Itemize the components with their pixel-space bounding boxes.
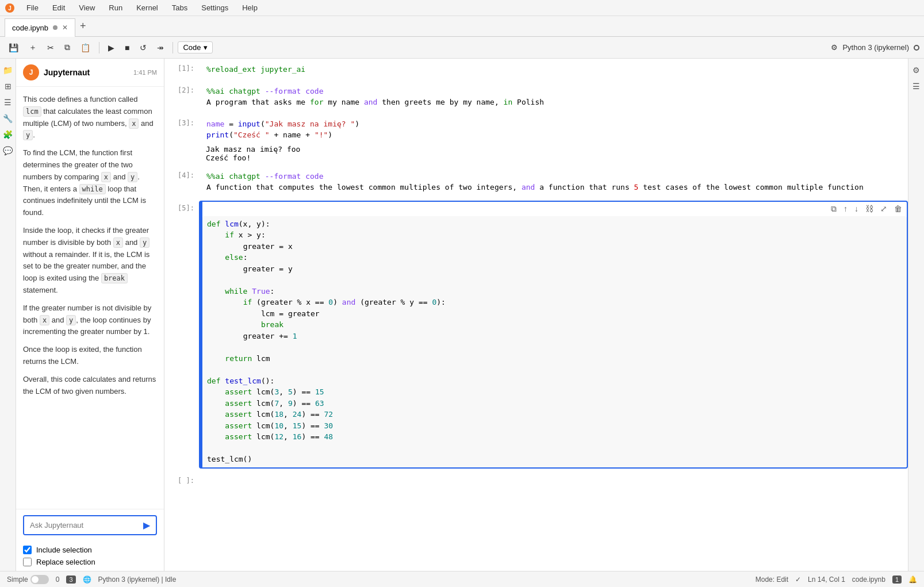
ai-name: Jupyternaut bbox=[44, 68, 90, 77]
output-line-2: Cześć foo! bbox=[206, 154, 300, 162]
cell-3-number: [3]: bbox=[164, 116, 199, 144]
restart-run-button[interactable]: ↠ bbox=[153, 41, 168, 55]
sidebar-icon-folder[interactable]: 📁 bbox=[1, 63, 15, 77]
cell-4: [4]: %%ai chatgpt --format code A functi… bbox=[164, 166, 908, 198]
cell-up-btn[interactable]: ↑ bbox=[841, 203, 850, 215]
menu-kernel[interactable]: Kernel bbox=[134, 2, 160, 13]
kernel-circle bbox=[914, 45, 919, 51]
sidebar-icon-puzzle[interactable]: 🧩 bbox=[1, 128, 15, 141]
output-line-1: Jak masz na imię? foo bbox=[206, 145, 300, 154]
kernel-idle-info: Python 3 (ipykernel) | Idle bbox=[98, 576, 177, 584]
ai-input-box: ▶ bbox=[23, 515, 157, 535]
cell-6-number: [ ]: bbox=[164, 473, 199, 489]
menu-view[interactable]: View bbox=[76, 2, 97, 13]
replace-selection-row[interactable]: Replace selection bbox=[23, 558, 157, 566]
cell-5-content[interactable]: def lcm(x, y): if x > y: greater = x els… bbox=[202, 216, 907, 467]
toolbar-right: ⚙ Python 3 (ipykernel) bbox=[831, 43, 919, 52]
main-area: 📁 ⊞ ☰ 🔧 🧩 💬 J Jupyternaut 1:41 PM This c… bbox=[0, 59, 924, 571]
sidebar-icon-grid[interactable]: ⊞ bbox=[1, 79, 15, 93]
tab-code-ipynb[interactable]: code.ipynb ✕ bbox=[5, 18, 75, 37]
right-sidebar: ⚙ ☰ bbox=[908, 59, 924, 571]
toolbar: 💾 ＋ ✂ ⧉ 📋 ▶ ■ ↺ ↠ Code ▾ ⚙ Python 3 (ipy… bbox=[0, 37, 924, 59]
cell-5-toolbar: ⧉ ↑ ↓ ⛓ ⤢ 🗑 bbox=[202, 202, 907, 216]
cell-1: [1]: %reload_ext jupyter_ai bbox=[164, 59, 908, 80]
cell-3-output: Jak masz na imię? foo Cześć foo! bbox=[201, 144, 305, 163]
cell-type-label: Code bbox=[183, 43, 201, 52]
ai-desc-6: Overall, this code calculates and return… bbox=[23, 374, 157, 398]
menu-edit[interactable]: Edit bbox=[50, 2, 67, 13]
right-sidebar-icon-list[interactable]: ☰ bbox=[910, 79, 923, 93]
menu-bar: J File Edit View Run Kernel Tabs Setting… bbox=[0, 0, 924, 16]
menu-file[interactable]: File bbox=[24, 2, 41, 13]
replace-selection-label: Replace selection bbox=[36, 558, 95, 566]
ai-input[interactable] bbox=[24, 516, 137, 534]
toolbar-separator-2 bbox=[172, 42, 173, 53]
cell-move-btn[interactable]: ⤢ bbox=[878, 203, 890, 215]
app-logo: J bbox=[5, 3, 15, 13]
tab-name: code.ipynb bbox=[12, 24, 48, 32]
menu-help[interactable]: Help bbox=[240, 2, 260, 13]
cell-2-content[interactable]: %%ai chatgpt --format code A program tha… bbox=[201, 83, 896, 111]
status-globe-icon: 🌐 bbox=[83, 576, 91, 584]
cell-1-content[interactable]: %reload_ext jupyter_ai bbox=[201, 61, 896, 78]
left-sidebar: 📁 ⊞ ☰ 🔧 🧩 💬 bbox=[0, 59, 16, 571]
kernel-name: Python 3 (ipykernel) bbox=[842, 43, 909, 52]
restart-button[interactable]: ↺ bbox=[136, 41, 151, 55]
toolbar-separator-1 bbox=[99, 42, 99, 53]
cell-6-content[interactable] bbox=[201, 473, 896, 489]
tab-modified-indicator bbox=[53, 25, 57, 30]
cell-copy-btn[interactable]: ⧉ bbox=[829, 203, 839, 215]
menu-settings[interactable]: Settings bbox=[199, 2, 231, 13]
ai-desc-1: This code defines a function called lcm … bbox=[23, 94, 157, 141]
run-button[interactable]: ▶ bbox=[104, 41, 118, 55]
status-badge: 3 bbox=[66, 576, 75, 584]
cell-down-btn[interactable]: ↓ bbox=[852, 203, 861, 215]
mode-toggle[interactable]: Simple bbox=[7, 575, 49, 584]
save-button[interactable]: 💾 bbox=[5, 41, 22, 55]
paste-button[interactable]: 📋 bbox=[76, 41, 94, 55]
include-selection-row[interactable]: Include selection bbox=[23, 546, 157, 554]
tab-close-button[interactable]: ✕ bbox=[62, 24, 68, 32]
stop-button[interactable]: ■ bbox=[121, 41, 133, 55]
ai-desc-5: Once the loop is exited, the function re… bbox=[23, 344, 157, 368]
cell-delete-btn[interactable]: 🗑 bbox=[892, 203, 904, 215]
ai-input-area: ▶ bbox=[16, 509, 164, 541]
replace-selection-checkbox[interactable] bbox=[23, 558, 32, 566]
cell-4-content[interactable]: %%ai chatgpt --format code A function th… bbox=[201, 168, 896, 196]
toggle-switch[interactable] bbox=[30, 575, 49, 584]
cell-2: [2]: %%ai chatgpt --format code A progra… bbox=[164, 80, 908, 113]
toggle-knob bbox=[32, 576, 39, 583]
right-sidebar-icon-gear[interactable]: ⚙ bbox=[910, 63, 923, 77]
cell-5-wrapper: ⧉ ↑ ↓ ⛓ ⤢ 🗑 def lcm(x, y): if x > y: gre… bbox=[201, 201, 908, 469]
sidebar-icon-list[interactable]: ☰ bbox=[1, 95, 15, 109]
ai-panel-header: J Jupyternaut 1:41 PM bbox=[16, 59, 164, 87]
cell-3-content[interactable]: name = input("Jak masz na imię? ") print… bbox=[201, 116, 896, 144]
svg-text:J: J bbox=[8, 5, 11, 11]
ai-desc-2: To find the LCM, the function first dete… bbox=[23, 147, 157, 219]
edit-mode-label: Mode: Edit bbox=[756, 576, 788, 584]
ai-time: 1:41 PM bbox=[133, 69, 157, 76]
cell-5: [5]: ⧉ ↑ ↓ ⛓ ⤢ 🗑 def lcm(x, y): if x > y… bbox=[164, 198, 908, 471]
add-cell-button[interactable]: ＋ bbox=[25, 40, 41, 55]
cut-button[interactable]: ✂ bbox=[43, 41, 58, 55]
ai-send-button[interactable]: ▶ bbox=[137, 516, 156, 534]
cell-type-dropdown[interactable]: Code ▾ bbox=[178, 41, 212, 53]
menu-tabs[interactable]: Tabs bbox=[170, 2, 190, 13]
tab-count-badge: 1 bbox=[892, 576, 902, 584]
ai-checkboxes: Include selection Replace selection bbox=[16, 541, 164, 571]
tab-bar: code.ipynb ✕ + bbox=[0, 16, 924, 37]
cell-3: [3]: name = input("Jak masz na imię? ") … bbox=[164, 113, 908, 166]
copy-button[interactable]: ⧉ bbox=[60, 40, 74, 55]
status-count: 0 bbox=[56, 576, 60, 584]
status-filename: code.ipynb bbox=[852, 576, 885, 584]
cell-6: [ ]: bbox=[164, 471, 908, 492]
menu-run[interactable]: Run bbox=[106, 2, 125, 13]
sidebar-icon-chat[interactable]: 💬 bbox=[1, 144, 15, 158]
ai-avatar: J bbox=[23, 64, 39, 80]
mode-label: Simple bbox=[7, 576, 28, 584]
include-selection-checkbox[interactable] bbox=[23, 546, 32, 554]
sidebar-icon-gear[interactable]: 🔧 bbox=[1, 112, 15, 125]
cell-link-btn[interactable]: ⛓ bbox=[863, 203, 876, 215]
tab-add-button[interactable]: + bbox=[75, 20, 91, 32]
ai-desc-3: Inside the loop, it checks if the greate… bbox=[23, 225, 157, 297]
